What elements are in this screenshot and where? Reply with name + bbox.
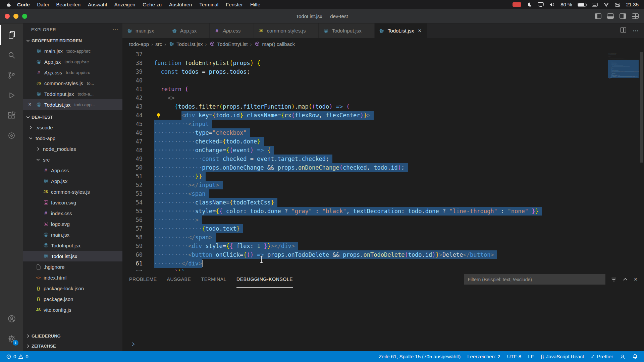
panel-close-icon[interactable]: ×: [634, 276, 637, 283]
toggle-secondary-sidebar-icon[interactable]: [620, 13, 626, 19]
tab-common-styles-js[interactable]: JScommon-styles.js×: [254, 23, 319, 38]
accounts-icon[interactable]: [0, 309, 23, 329]
line-number[interactable]: 45: [122, 120, 154, 128]
battery-icon[interactable]: [578, 3, 586, 7]
menu-item-gehe-zu[interactable]: Gehe zu: [139, 2, 165, 7]
toggle-sidebar-icon[interactable]: [595, 13, 601, 19]
line-number[interactable]: 46: [122, 128, 154, 137]
tab-main-jsx[interactable]: main.jsx×: [122, 23, 167, 38]
code-line[interactable]: 47············checked={todo.done}: [122, 137, 644, 146]
line-number[interactable]: 48: [122, 146, 154, 155]
code-line[interactable]: 52··········></input>: [122, 181, 644, 189]
run-debug-icon[interactable]: [0, 85, 23, 105]
line-number[interactable]: 37: [122, 50, 154, 59]
open-editor-item-todolist-jsx[interactable]: ×TodoList.jsxtodo-app...: [23, 99, 122, 110]
code-line[interactable]: 56············>: [122, 216, 644, 224]
code-line[interactable]: 48············onChange={(event) => {: [122, 146, 644, 155]
remote-explorer-icon[interactable]: [0, 125, 23, 145]
breadcrumb-item-todo-app[interactable]: todo-app: [129, 41, 149, 47]
code-line[interactable]: 43 {todos.filter(props.filterFunction).m…: [122, 102, 644, 111]
tree-item-todoinput-jsx[interactable]: TodoInput.jsx: [23, 240, 122, 251]
panel-tab-ausgabe[interactable]: AUSGABE: [167, 271, 191, 288]
menu-item-fenster[interactable]: Fenster: [222, 2, 247, 7]
breadcrumb-item-todolist-jsx[interactable]: TodoList.jsx: [168, 41, 203, 47]
code-line[interactable]: 61········</div>: [122, 259, 644, 268]
code-line[interactable]: 45··········<input: [122, 120, 644, 128]
close-icon[interactable]: ×: [26, 102, 33, 108]
search-icon[interactable]: [0, 45, 23, 65]
zoom-window-button[interactable]: [22, 14, 27, 19]
line-number[interactable]: 53: [122, 189, 154, 198]
scrollbar-thumb[interactable]: [640, 52, 643, 163]
line-number[interactable]: 61: [122, 259, 154, 268]
section-outline[interactable]: GLIEDERUNG: [23, 331, 122, 341]
code-editor[interactable]: 3738function TodoEntryList(props) {39 co…: [122, 50, 644, 271]
more-actions-icon[interactable]: ⋯: [633, 27, 639, 35]
notifications-bell-icon[interactable]: [629, 351, 641, 362]
tab-todolist-jsx[interactable]: TodoList.jsx×: [375, 23, 427, 38]
source-control-icon[interactable]: [0, 65, 23, 85]
lightbulb[interactable]: [156, 112, 161, 121]
line-number[interactable]: 59: [122, 242, 154, 250]
code-line[interactable]: 50··············props.onDoneChange && pr…: [122, 163, 644, 172]
code-line[interactable]: 46············type="checkbox": [122, 128, 644, 137]
tree-item-todo-app[interactable]: todo-app: [23, 133, 122, 143]
tab-close-icon[interactable]: ×: [417, 27, 423, 34]
line-number[interactable]: 38: [122, 59, 154, 67]
open-editor-item-app-jsx[interactable]: ×App.jsxtodo-app/src: [23, 56, 122, 67]
debug-console-output[interactable]: [122, 288, 644, 351]
line-number[interactable]: 41: [122, 85, 154, 94]
tree-item-favicon-svg[interactable]: favicon.svg: [23, 197, 122, 208]
code-line[interactable]: 53··········<span: [122, 189, 644, 198]
wifi-icon[interactable]: [603, 2, 609, 7]
line-number[interactable]: 57: [122, 224, 154, 233]
tree-item-todolist-jsx[interactable]: TodoList.jsx: [23, 251, 122, 261]
code-line[interactable]: 51············}}: [122, 172, 644, 181]
tree-item-hgignore[interactable]: .hgignore: [23, 261, 122, 272]
split-editor-icon[interactable]: [620, 27, 627, 35]
cursor-position-status[interactable]: Zeile 61, Spalte 15 (705 ausgewählt): [375, 351, 464, 362]
menu-item-datei[interactable]: Datei: [34, 2, 53, 7]
code-line[interactable]: 54············className={todoTextCss}: [122, 198, 644, 207]
open-editor-item-common-styles-js[interactable]: ×JScommon-styles.jsto...: [23, 78, 122, 88]
menu-item-terminal[interactable]: Terminal: [196, 2, 222, 7]
tree-item-src[interactable]: src: [23, 154, 122, 165]
feedback-icon[interactable]: [616, 351, 629, 362]
line-number[interactable]: 47: [122, 137, 154, 146]
line-number[interactable]: 50: [122, 163, 154, 172]
tree-item-node-modules[interactable]: node_modules: [23, 143, 122, 154]
panel-maximize-icon[interactable]: [622, 277, 628, 283]
encoding-status[interactable]: UTF-8: [504, 351, 525, 362]
section-timeline[interactable]: ZEITACHSE: [23, 341, 122, 351]
line-number[interactable]: 55: [122, 207, 154, 216]
settings-gear-icon[interactable]: 1: [0, 329, 23, 349]
screen-recording-indicator[interactable]: [513, 2, 521, 7]
line-number[interactable]: 43: [122, 102, 154, 111]
line-number[interactable]: 51: [122, 172, 154, 181]
breadcrumb-item-todoentrylist[interactable]: TodoEntryList: [209, 41, 248, 47]
menu-item-hilfe[interactable]: Hilfe: [247, 2, 264, 7]
menu-item-anzeigen[interactable]: Anzeigen: [111, 2, 139, 7]
tree-item-index-html[interactable]: <>index.html: [23, 272, 122, 283]
code-line[interactable]: 37: [122, 50, 644, 59]
debug-filter-input[interactable]: [464, 274, 605, 285]
code-line[interactable]: 38function TodoEntryList(props) {: [122, 59, 644, 67]
toggle-panel-icon[interactable]: [607, 13, 614, 19]
open-editor-item-main-jsx[interactable]: ×main.jsxtodo-app/src: [23, 46, 122, 56]
section-workspace[interactable]: DEV-TEST: [23, 112, 122, 122]
code-line[interactable]: 39 const todos = props.todos;: [122, 67, 644, 76]
indentation-status[interactable]: Leerzeichen: 2: [464, 351, 503, 362]
menu-item-auswahl[interactable]: Auswahl: [84, 2, 111, 7]
tree-item-package-json[interactable]: {}package.json: [23, 294, 122, 304]
code-line[interactable]: 41 return (: [122, 85, 644, 94]
code-line[interactable]: 42 <>: [122, 94, 644, 102]
code-line[interactable]: 57··············{todo.text}: [122, 224, 644, 233]
menu-item-code[interactable]: Code: [13, 2, 34, 7]
line-number[interactable]: 49: [122, 155, 154, 163]
panel-tab-terminal[interactable]: TERMINAL: [201, 271, 227, 288]
extensions-icon[interactable]: [0, 105, 23, 125]
tree-item-vscode[interactable]: .vscode: [23, 122, 122, 133]
code-line[interactable]: 59··········<div style={{ flex: 1 }}></d…: [122, 242, 644, 250]
filter-lines-icon[interactable]: [611, 277, 617, 283]
language-mode-status[interactable]: {} JavaScript React: [537, 351, 587, 362]
